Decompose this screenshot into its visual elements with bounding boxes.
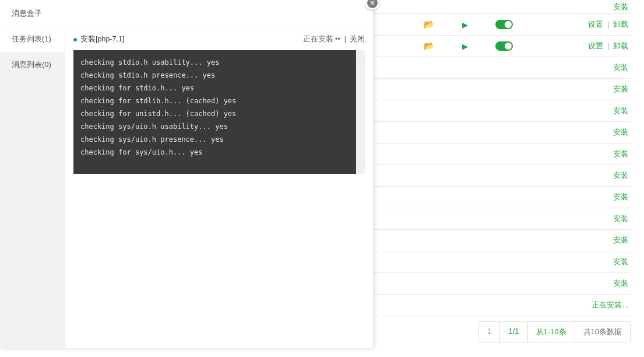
play-icon[interactable]: ▶	[462, 20, 468, 29]
install-link[interactable]: 安装	[613, 192, 628, 201]
settings-link[interactable]: 设置	[588, 20, 603, 29]
install-link[interactable]: 安装	[613, 236, 628, 244]
task-header: 安装[php-7.1] 正在安装 •• | 关闭	[73, 34, 365, 44]
modal-main: 安装[php-7.1] 正在安装 •• | 关闭 checking stdio.…	[65, 26, 373, 348]
install-link[interactable]: 安装	[613, 149, 628, 158]
modal-body: 任务列表(1) 消息列表(0) 安装[php-7.1] 正在安装 •• | 关闭…	[0, 26, 373, 348]
page-count: 共10条数据	[575, 322, 630, 342]
task-close-link[interactable]: 关闭	[350, 34, 365, 44]
task-title: 安装[php-7.1]	[80, 34, 303, 44]
toggle-switch[interactable]	[495, 20, 513, 29]
install-link[interactable]: 安装	[613, 214, 628, 223]
page-current: 1	[479, 322, 500, 342]
sidebar-item-tasks[interactable]: 任务列表(1)	[0, 26, 65, 52]
install-link[interactable]: 安装	[613, 128, 628, 136]
toggle-switch[interactable]	[495, 41, 513, 51]
log-line: checking for stdlib.h... (cached) yes	[80, 94, 358, 107]
settings-link[interactable]: 设置	[588, 41, 603, 50]
scrollbar[interactable]	[356, 50, 365, 174]
install-link[interactable]: 安装	[613, 106, 628, 115]
log-line: checking sys/uio.h usability... yes	[80, 120, 358, 133]
install-link[interactable]: 安装	[613, 2, 628, 11]
uninstall-link[interactable]: 卸载	[613, 41, 628, 50]
install-link[interactable]: 安装	[613, 171, 628, 180]
installing-link[interactable]: 正在安装...	[592, 300, 628, 309]
message-box-modal: 消息盒子 任务列表(1) 消息列表(0) 安装[php-7.1] 正在安装 ••…	[0, 0, 373, 348]
task-status: 正在安装 •• |	[303, 34, 346, 44]
play-icon[interactable]: ▶	[462, 42, 468, 51]
modal-title: 消息盒子	[0, 0, 373, 26]
separator: |	[603, 41, 613, 50]
folder-icon[interactable]: 📂	[424, 41, 435, 51]
modal-sidebar: 任务列表(1) 消息列表(0)	[0, 26, 65, 348]
log-line: checking stdio.h usability... yes	[80, 56, 358, 69]
sidebar-item-messages[interactable]: 消息列表(0)	[0, 52, 65, 78]
log-line: checking for sys/uio.h... yes	[80, 146, 358, 159]
install-link[interactable]: 安装	[613, 63, 628, 72]
log-line: checking stdio.h presence... yes	[80, 69, 358, 82]
uninstall-link[interactable]: 卸载	[613, 20, 628, 29]
separator: |	[603, 20, 613, 29]
page-total[interactable]: 1/1	[500, 322, 527, 342]
log-line: checking for stdio.h... yes	[80, 82, 358, 94]
log-line: checking sys/uio.h presence... yes	[80, 133, 358, 146]
page-range[interactable]: 从1-10条	[528, 322, 575, 342]
install-link[interactable]: 安装	[613, 279, 628, 288]
pagination: 1 1/1 从1-10条 共10条数据	[478, 321, 631, 342]
status-dot-icon	[73, 38, 77, 41]
folder-icon[interactable]: 📂	[424, 19, 435, 30]
log-line: checking for unistd.h... (cached) yes	[80, 107, 358, 120]
install-log[interactable]: checking stdio.h usability... yescheckin…	[73, 50, 365, 174]
install-link[interactable]: 安装	[613, 257, 628, 266]
install-link[interactable]: 安装	[613, 85, 628, 93]
